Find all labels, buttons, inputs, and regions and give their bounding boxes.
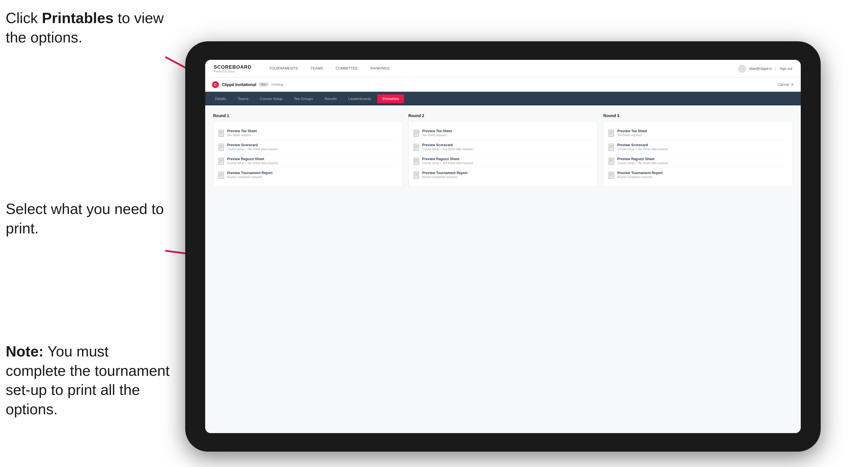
svg-rect-36 xyxy=(609,130,614,137)
tab-teams[interactable]: Teams xyxy=(232,94,254,103)
round2-tee-sheet[interactable]: Preview Tee Sheet Tee Sheet required xyxy=(413,126,593,140)
raguzzi-r3-icon xyxy=(608,158,614,165)
round3-tee-sheet-title: Preview Tee Sheet xyxy=(617,129,647,133)
logo-title: SCOREBOARD xyxy=(214,64,252,70)
round-2-title: Round 2 xyxy=(408,114,598,118)
round3-scorecard-text: Preview Scorecard Course setup + Tee She… xyxy=(617,143,668,151)
report-r2-icon xyxy=(413,172,420,179)
round-3-title: Round 3 xyxy=(603,114,793,118)
round3-raguzzi-text: Preview Raguzzi Sheet Course setup + Tee… xyxy=(617,157,668,165)
annotation-top: Click Printables to view the options. xyxy=(6,8,171,47)
round1-report-title: Preview Tournament Report xyxy=(227,171,272,175)
main-nav: TOURNAMENTS TEAMS COMMITTEE RANKINGS xyxy=(263,60,738,77)
tee-sheet-r3-icon xyxy=(608,130,614,137)
round1-report-subtitle: Round Completion required xyxy=(227,176,272,179)
top-nav: SCOREBOARD Powered by clippd TOURNAMENTS… xyxy=(205,60,801,77)
cancel-button[interactable]: Cancel ✕ xyxy=(778,82,794,87)
main-content: Round 1 Preview Tee Sheet Tee S xyxy=(205,105,801,433)
round3-report-title: Preview Tournament Report xyxy=(617,171,662,175)
tablet-screen: SCOREBOARD Powered by clippd TOURNAMENTS… xyxy=(205,60,801,433)
round1-tee-sheet[interactable]: Preview Tee Sheet Tee Sheet required xyxy=(218,126,398,140)
nav-item-rankings[interactable]: RANKINGS xyxy=(364,60,396,77)
round3-scorecard-subtitle: Course setup + Tee Sheet data required xyxy=(617,148,668,151)
avatar xyxy=(738,65,746,73)
svg-rect-16 xyxy=(219,172,224,179)
round1-raguzzi[interactable]: Preview Raguzzi Sheet Course setup + Tee… xyxy=(218,154,398,168)
round1-raguzzi-subtitle: Course setup + Tee Sheet data required xyxy=(227,161,278,165)
round1-tee-sheet-subtitle: Tee Sheet required xyxy=(227,134,257,137)
round2-tee-sheet-subtitle: Tee Sheet required xyxy=(422,134,452,137)
round3-report-text: Preview Tournament Report Round Completi… xyxy=(617,171,662,179)
svg-rect-28 xyxy=(414,158,419,165)
round1-report-text: Preview Tournament Report Round Completi… xyxy=(227,171,272,179)
round1-tournament-report[interactable]: Preview Tournament Report Round Completi… xyxy=(218,168,398,182)
round2-tee-sheet-title: Preview Tee Sheet xyxy=(422,129,452,133)
round3-report-subtitle: Round Completion required xyxy=(617,176,662,179)
scorecard-r3-icon xyxy=(608,144,614,151)
round3-raguzzi[interactable]: Preview Raguzzi Sheet Course setup + Tee… xyxy=(608,154,788,168)
round2-tournament-report[interactable]: Preview Tournament Report Round Completi… xyxy=(413,168,593,182)
report-r3-icon xyxy=(608,172,614,179)
svg-rect-12 xyxy=(219,158,224,165)
sub-nav: Details Teams Course Setup Tee Groups Re… xyxy=(205,92,801,105)
round3-scorecard[interactable]: Preview Scorecard Course setup + Tee She… xyxy=(608,140,788,154)
tournament-status: Hosting xyxy=(272,83,283,87)
round2-raguzzi-title: Preview Raguzzi Sheet xyxy=(422,157,473,161)
round1-tee-sheet-title: Preview Tee Sheet xyxy=(227,129,257,133)
round3-tee-sheet[interactable]: Preview Tee Sheet Tee Sheet required xyxy=(608,126,788,140)
round1-tee-sheet-text: Preview Tee Sheet Tee Sheet required xyxy=(227,129,257,137)
svg-rect-32 xyxy=(414,172,419,179)
round2-report-title: Preview Tournament Report xyxy=(422,171,468,175)
svg-rect-20 xyxy=(414,130,419,137)
round2-scorecard-subtitle: Course setup + Tee Sheet data required xyxy=(422,148,473,151)
cancel-label: Cancel xyxy=(778,82,789,87)
tablet-frame: SCOREBOARD Powered by clippd TOURNAMENTS… xyxy=(185,41,821,452)
nav-item-tournaments[interactable]: TOURNAMENTS xyxy=(263,60,304,77)
round2-report-text: Preview Tournament Report Round Completi… xyxy=(422,171,468,179)
raguzzi-r2-icon xyxy=(413,158,420,165)
close-icon: ✕ xyxy=(791,82,794,87)
scorecard-r2-icon xyxy=(413,144,420,151)
round2-raguzzi-text: Preview Raguzzi Sheet Course setup + Tee… xyxy=(422,157,473,165)
tee-sheet-r2-icon xyxy=(413,130,420,137)
tab-results[interactable]: Results xyxy=(319,94,342,103)
svg-rect-40 xyxy=(609,144,614,151)
sign-out-link[interactable]: Sign out xyxy=(780,67,792,71)
round1-raguzzi-text: Preview Raguzzi Sheet Course setup + Tee… xyxy=(227,157,278,165)
tournament-badge: Men xyxy=(258,82,269,87)
nav-item-teams[interactable]: TEAMS xyxy=(304,60,330,77)
nav-item-committee[interactable]: COMMITTEE xyxy=(330,60,364,77)
round3-raguzzi-subtitle: Course setup + Tee Sheet data required xyxy=(617,161,668,165)
tournament-report-icon xyxy=(218,172,224,179)
round2-scorecard[interactable]: Preview Scorecard Course setup + Tee She… xyxy=(413,140,593,154)
bold-note: Note: xyxy=(6,343,43,360)
round1-scorecard-text: Preview Scorecard Course setup + Tee She… xyxy=(227,143,278,151)
round1-scorecard-title: Preview Scorecard xyxy=(227,143,278,147)
round2-tee-sheet-text: Preview Tee Sheet Tee Sheet required xyxy=(422,129,452,137)
round3-tournament-report[interactable]: Preview Tournament Report Round Completi… xyxy=(608,168,788,182)
round2-scorecard-title: Preview Scorecard xyxy=(422,143,473,147)
round3-raguzzi-title: Preview Raguzzi Sheet xyxy=(617,157,668,161)
tab-details[interactable]: Details xyxy=(210,94,231,103)
round1-scorecard[interactable]: Preview Scorecard Course setup + Tee She… xyxy=(218,140,398,154)
tab-leaderboards[interactable]: Leaderboards xyxy=(343,94,376,103)
rounds-grid: Round 1 Preview Tee Sheet Tee S xyxy=(213,114,793,187)
round-2-section: Round 2 Preview Tee Sheet Tee S xyxy=(408,114,598,187)
bold-printables: Printables xyxy=(42,10,114,26)
raguzzi-icon xyxy=(218,158,224,165)
round2-raguzzi[interactable]: Preview Raguzzi Sheet Course setup + Tee… xyxy=(413,154,593,168)
svg-rect-8 xyxy=(219,144,224,151)
tab-printables[interactable]: Printables xyxy=(377,94,404,103)
svg-rect-24 xyxy=(414,144,419,151)
round-1-card: Preview Tee Sheet Tee Sheet required xyxy=(213,121,403,187)
scoreboard-logo: SCOREBOARD Powered by clippd xyxy=(214,64,252,73)
round-3-section: Round 3 Preview Tee Sheet Tee S xyxy=(603,114,793,187)
round3-scorecard-title: Preview Scorecard xyxy=(617,143,668,147)
scorecard-icon xyxy=(218,144,224,151)
tab-course-setup[interactable]: Course Setup xyxy=(255,94,288,103)
nav-user: blair@clippd.io | Sign out xyxy=(738,65,792,73)
tournament-logo-icon: C xyxy=(212,81,219,88)
tournament-name: Clippd Invitational xyxy=(222,82,256,87)
tab-tee-groups[interactable]: Tee Groups xyxy=(289,94,318,103)
annotation-bottom: Note: You must complete the tournament s… xyxy=(6,342,171,419)
